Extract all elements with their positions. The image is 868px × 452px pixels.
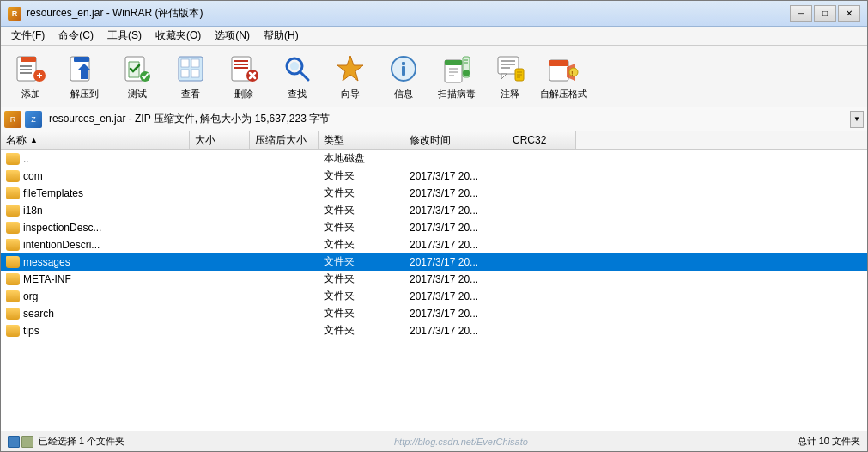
folder-icon xyxy=(6,170,20,182)
address-path: resources_en.jar - ZIP 压缩文件, 解包大小为 15,63… xyxy=(46,112,847,126)
status-total-text: 总计 10 文件夹 xyxy=(798,435,860,448)
svg-rect-19 xyxy=(234,60,248,62)
menu-bar: 文件(F) 命令(C) 工具(S) 收藏夹(O) 选项(N) 帮助(H) xyxy=(1,27,867,46)
svg-rect-17 xyxy=(191,70,199,77)
tool-extract-label: 解压到 xyxy=(70,88,99,101)
table-row[interactable]: META-INF文件夹2017/3/17 20... xyxy=(1,271,867,288)
minimize-button[interactable]: ─ xyxy=(790,5,812,22)
tool-find-button[interactable]: 查找 xyxy=(272,50,322,103)
app-icon: R xyxy=(8,7,21,21)
svg-rect-33 xyxy=(445,60,462,65)
header-crc[interactable]: CRC32 xyxy=(507,131,576,149)
svg-rect-31 xyxy=(402,62,405,65)
header-size[interactable]: 大小 xyxy=(190,131,250,149)
address-bar: R Z resources_en.jar - ZIP 压缩文件, 解包大小为 1… xyxy=(1,107,867,131)
tool-find-label: 查找 xyxy=(288,88,307,101)
tool-scan-label: 扫描病毒 xyxy=(438,88,476,101)
table-row[interactable]: fileTemplates文件夹2017/3/17 20... xyxy=(1,185,867,202)
status-left: 已经选择 1 个文件夹 xyxy=(8,435,124,448)
tool-add-label: 添加 xyxy=(21,88,40,101)
svg-rect-7 xyxy=(39,73,40,78)
table-row[interactable]: org文件夹2017/3/17 20... xyxy=(1,288,867,305)
info-icon xyxy=(386,52,421,86)
address-dropdown-button[interactable]: ▼ xyxy=(850,111,864,128)
tool-comment-button[interactable]: 注释 xyxy=(485,50,535,103)
add-icon xyxy=(14,52,48,86)
svg-rect-1 xyxy=(21,57,36,62)
table-row[interactable]: inspectionDesc...文件夹2017/3/17 20... xyxy=(1,219,867,236)
svg-point-37 xyxy=(463,70,470,76)
menu-file[interactable]: 文件(F) xyxy=(4,27,52,45)
svg-marker-42 xyxy=(501,74,507,79)
svg-rect-51 xyxy=(549,60,568,66)
find-icon xyxy=(280,52,314,86)
tool-scan-button[interactable]: 扫描病毒 xyxy=(432,50,482,103)
menu-favorites[interactable]: 收藏夹(O) xyxy=(149,27,208,45)
comment-icon xyxy=(493,52,527,86)
close-button[interactable]: ✕ xyxy=(838,5,860,22)
svg-rect-9 xyxy=(74,57,89,62)
tool-sfx-label: 自解压格式 xyxy=(540,88,587,101)
header-name[interactable]: 名称 ▲ xyxy=(1,131,190,149)
tool-view-label: 查看 xyxy=(181,88,200,101)
tool-view-button[interactable]: 查看 xyxy=(166,50,215,103)
menu-options[interactable]: 选项(N) xyxy=(208,27,257,45)
tool-sfx-button[interactable]: ! 自解压格式 xyxy=(538,50,588,103)
header-type[interactable]: 类型 xyxy=(319,131,404,149)
svg-rect-14 xyxy=(181,59,189,67)
folder-icon xyxy=(6,290,20,302)
title-bar-left: R resources_en.jar - WinRAR (评估版本) xyxy=(8,6,203,21)
table-row[interactable]: ..本地磁盘 xyxy=(1,150,867,168)
tool-wizard-label: 向导 xyxy=(341,88,360,101)
status-selected-text: 已经选择 1 个文件夹 xyxy=(39,435,124,448)
svg-rect-3 xyxy=(20,69,32,70)
tool-comment-label: 注释 xyxy=(501,88,519,101)
status-icons xyxy=(8,436,33,448)
table-row[interactable]: intentionDescri...文件夹2017/3/17 20... xyxy=(1,236,867,253)
scan-icon xyxy=(440,52,474,86)
svg-rect-20 xyxy=(234,64,248,65)
tool-test-label: 测试 xyxy=(128,88,147,101)
table-row[interactable]: search文件夹2017/3/17 20... xyxy=(1,305,867,322)
watermark-text: http://blog.csdn.net/EverChisato xyxy=(394,437,528,447)
file-area: 名称 ▲ 大小 压缩后大小 类型 修改时间 CRC32 ..本地磁盘com文件夹… xyxy=(1,131,867,431)
tool-wizard-button[interactable]: 向导 xyxy=(325,50,375,103)
file-list: ..本地磁盘com文件夹2017/3/17 20...fileTemplates… xyxy=(1,150,867,431)
folder-icon xyxy=(6,325,20,337)
svg-rect-21 xyxy=(234,67,248,69)
table-row[interactable]: tips文件夹2017/3/17 20... xyxy=(1,322,867,339)
menu-command[interactable]: 命令(C) xyxy=(52,27,100,45)
header-modified[interactable]: 修改时间 xyxy=(404,131,507,149)
status-bar: 已经选择 1 个文件夹 http://blog.csdn.net/EverChi… xyxy=(1,431,867,451)
svg-marker-28 xyxy=(337,56,363,81)
tool-extract-button[interactable]: 解压到 xyxy=(59,50,109,103)
address-winrar-icon: R xyxy=(4,111,21,128)
table-row[interactable]: i18n文件夹2017/3/17 20... xyxy=(1,202,867,219)
delete-icon xyxy=(227,52,261,86)
view-icon xyxy=(173,52,208,86)
table-row[interactable]: com文件夹2017/3/17 20... xyxy=(1,168,867,185)
svg-rect-4 xyxy=(20,72,32,74)
folder-icon xyxy=(6,222,20,234)
title-bar: R resources_en.jar - WinRAR (评估版本) ─ □ ✕ xyxy=(1,1,867,27)
tool-test-button[interactable]: 测试 xyxy=(112,50,162,103)
tool-delete-button[interactable]: 删除 xyxy=(219,50,269,103)
parent-folder-icon xyxy=(6,153,20,165)
table-row[interactable]: messages文件夹2017/3/17 20... xyxy=(1,253,867,271)
tool-delete-label: 删除 xyxy=(234,88,253,101)
svg-point-27 xyxy=(290,62,299,70)
tool-add-button[interactable]: 添加 xyxy=(6,50,56,103)
svg-rect-2 xyxy=(20,65,32,67)
maximize-button[interactable]: □ xyxy=(814,5,836,22)
svg-text:!: ! xyxy=(571,70,574,77)
address-zip-icon: Z xyxy=(25,111,42,128)
menu-tools[interactable]: 工具(S) xyxy=(100,27,149,45)
header-packed[interactable]: 压缩后大小 xyxy=(250,131,319,149)
folder-icon xyxy=(6,239,20,251)
main-window: R resources_en.jar - WinRAR (评估版本) ─ □ ✕… xyxy=(0,0,868,452)
tool-info-button[interactable]: 信息 xyxy=(379,50,428,103)
wizard-icon xyxy=(333,52,367,86)
folder-icon xyxy=(6,256,20,268)
menu-help[interactable]: 帮助(H) xyxy=(257,27,306,45)
svg-line-26 xyxy=(300,72,308,80)
